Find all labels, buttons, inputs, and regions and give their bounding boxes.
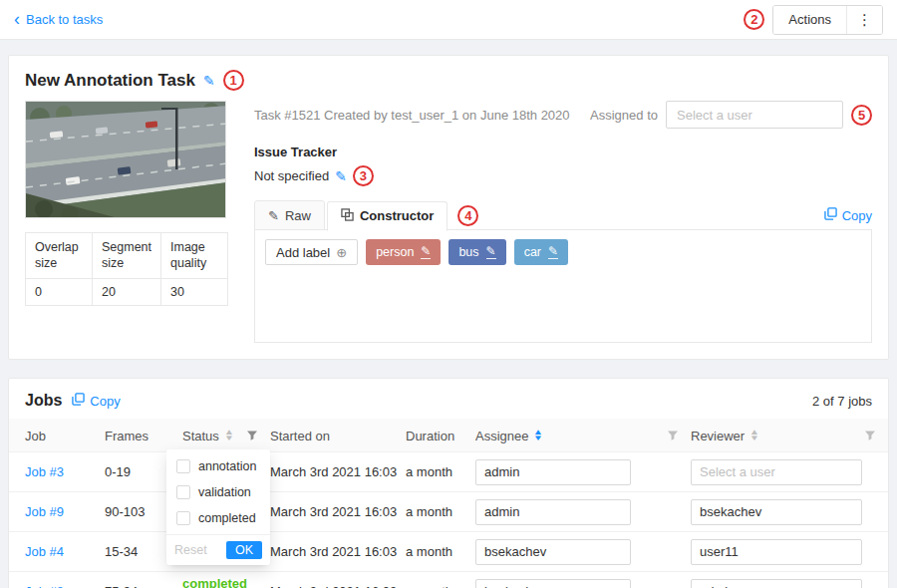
task-preview-image — [25, 101, 226, 218]
copy-jobs-button[interactable]: Copy — [72, 393, 120, 409]
annotation-marker-3: 3 — [353, 165, 374, 186]
label-chip-person[interactable]: person ✎ — [366, 239, 441, 265]
tab-raw[interactable]: ✎ Raw — [254, 200, 325, 230]
jobs-count: 2 of 7 jobs — [812, 394, 872, 409]
column-header-assignee[interactable]: Assignee ▲▼ — [475, 419, 691, 452]
job-link[interactable]: Job #3 — [25, 464, 64, 479]
more-menu-button[interactable]: ⋮ — [847, 6, 882, 34]
status-completed-label: completed — [182, 576, 247, 588]
reviewer-input[interactable] — [691, 539, 862, 565]
reviewer-input[interactable] — [691, 579, 862, 588]
assignee-input[interactable] — [475, 499, 631, 525]
reviewer-input[interactable] — [691, 499, 862, 525]
filter-reset-button[interactable]: Reset — [174, 543, 207, 557]
jobs-card: Jobs Copy 2 of 7 jobs Job Frames Status … — [8, 378, 889, 588]
assignee-input[interactable] — [475, 539, 631, 565]
tab-constructor[interactable]: Constructor — [327, 201, 448, 231]
frames-cell: 75-94 — [105, 584, 182, 588]
labels-constructor-panel: Add label ⊕ person ✎ bus ✎ car ✎ — [254, 229, 872, 343]
column-header-frames: Frames — [105, 419, 182, 452]
job-row-3: Job #4 15-34 March 3rd 2021 16:03 a mont… — [9, 532, 888, 572]
job-row-1: Job #3 0-19 March 3rd 2021 16:03 a month — [9, 452, 888, 492]
status-filter-icon[interactable] — [244, 428, 260, 443]
edit-label-icon[interactable]: ✎ — [421, 245, 431, 259]
task-assignee-input[interactable] — [666, 101, 843, 129]
sort-icon[interactable]: ▲▼ — [750, 430, 758, 441]
column-header-started: Started on — [270, 419, 406, 452]
checkbox-icon[interactable] — [176, 511, 190, 525]
filter-ok-button[interactable]: OK — [226, 541, 262, 559]
plus-circle-icon: ⊕ — [336, 245, 347, 260]
assignee-filter-icon[interactable] — [665, 428, 681, 443]
label-chip-car[interactable]: car ✎ — [514, 239, 568, 265]
job-row-4: Job #8 75-94 completed? March 3rd 2021 1… — [9, 572, 888, 588]
filter-option-label: annotation — [198, 459, 256, 473]
pencil-icon: ✎ — [268, 208, 279, 223]
filter-option-annotation[interactable]: annotation — [166, 453, 270, 479]
actions-button[interactable]: Actions — [773, 6, 847, 34]
edit-title-icon[interactable]: ✎ — [203, 73, 215, 89]
add-label-button[interactable]: Add label ⊕ — [265, 239, 358, 265]
edit-issue-tracker-icon[interactable]: ✎ — [335, 168, 347, 184]
assignee-input[interactable] — [475, 459, 631, 485]
back-to-tasks-label: Back to tasks — [26, 12, 103, 27]
edit-label-icon[interactable]: ✎ — [548, 245, 558, 259]
label-chip-person-name: person — [376, 245, 414, 259]
duration-cell: a month — [406, 584, 475, 588]
assignee-input[interactable] — [475, 579, 631, 588]
edit-label-icon[interactable]: ✎ — [486, 245, 496, 259]
back-to-tasks-link[interactable]: ‹ Back to tasks — [14, 12, 103, 28]
param-header-overlap: Overlap size — [26, 233, 93, 279]
filter-option-validation[interactable]: validation — [166, 479, 270, 505]
sort-icon[interactable]: ▲▼ — [534, 430, 542, 441]
tab-raw-label: Raw — [285, 208, 311, 223]
copy-icon — [72, 393, 85, 409]
started-cell: March 3rd 2021 16:03 — [270, 584, 406, 588]
status-filter-dropdown: annotation validation completed Reset OK — [166, 449, 270, 565]
filter-option-label: validation — [198, 485, 251, 499]
column-header-duration: Duration — [406, 419, 475, 452]
actions-button-group: Actions ⋮ — [772, 5, 883, 35]
copy-icon — [824, 207, 837, 223]
column-header-reviewer[interactable]: Reviewer ▲▼ — [691, 419, 888, 452]
label-chip-bus[interactable]: bus ✎ — [448, 239, 505, 265]
param-value-overlap: 0 — [26, 278, 93, 305]
copy-jobs-label: Copy — [90, 394, 120, 409]
param-value-segment: 20 — [92, 278, 160, 305]
reviewer-input[interactable] — [691, 459, 862, 485]
column-header-status[interactable]: Status ▲▼ — [182, 419, 270, 452]
checkbox-icon[interactable] — [176, 485, 190, 499]
tab-constructor-label: Constructor — [360, 208, 434, 223]
top-bar: ‹ Back to tasks 2 Actions ⋮ — [0, 0, 897, 40]
back-chevron-icon: ‹ — [14, 10, 20, 28]
job-row-2: Job #9 90-103 March 3rd 2021 16:03 a mon… — [9, 492, 888, 532]
kebab-menu-icon: ⋮ — [857, 11, 872, 28]
duration-cell: a month — [406, 544, 475, 559]
reviewer-filter-icon[interactable] — [862, 428, 878, 443]
task-details-card: New Annotation Task ✎ 1 — [8, 55, 889, 360]
annotation-marker-2: 2 — [744, 9, 764, 30]
sort-icon[interactable]: ▲▼ — [225, 430, 233, 441]
column-header-job: Job — [9, 419, 105, 452]
param-value-quality: 30 — [161, 278, 228, 305]
jobs-title: Jobs — [25, 392, 62, 410]
job-link[interactable]: Job #9 — [25, 504, 64, 519]
filter-option-label: completed — [198, 511, 256, 525]
job-link[interactable]: Job #8 — [25, 584, 64, 588]
started-cell: March 3rd 2021 16:03 — [270, 504, 406, 519]
annotation-marker-1: 1 — [223, 70, 244, 91]
task-meta: Task #1521 Created by test_user_1 on Jun… — [254, 108, 570, 123]
duration-cell: a month — [406, 504, 475, 519]
annotation-marker-5: 5 — [851, 105, 872, 126]
assigned-to-label: Assigned to — [590, 108, 658, 123]
started-cell: March 3rd 2021 16:03 — [270, 464, 406, 479]
checkbox-icon[interactable] — [176, 459, 190, 473]
block-icon — [341, 208, 354, 224]
status-cell: completed? — [182, 576, 270, 588]
job-link[interactable]: Job #4 — [25, 544, 64, 559]
filter-option-completed[interactable]: completed — [166, 505, 270, 531]
add-label-text: Add label — [276, 245, 330, 260]
param-header-quality: Image quality — [161, 233, 228, 279]
issue-tracker-value: Not specified — [254, 168, 329, 183]
copy-labels-button[interactable]: Copy — [824, 207, 872, 223]
